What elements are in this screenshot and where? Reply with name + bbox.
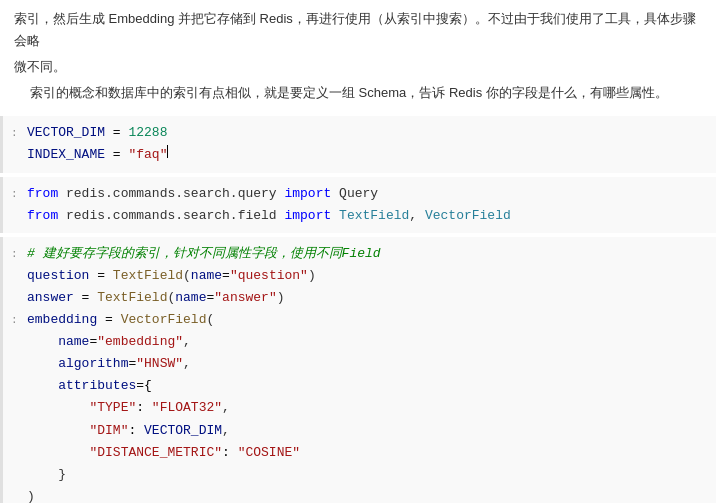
code-line: )	[11, 486, 706, 503]
code-token	[27, 397, 89, 419]
code-line: "DISTANCE_METRIC": "COSINE"	[11, 442, 706, 464]
code-token: "HNSW"	[136, 353, 183, 375]
code-line: algorithm="HNSW",	[11, 353, 706, 375]
code-token: =	[105, 144, 128, 166]
code-token: name	[58, 331, 89, 353]
code-token: :	[128, 420, 144, 442]
code-token: "FLOAT32"	[152, 397, 222, 419]
code-block-3: : # 建好要存字段的索引，针对不同属性字段，使用不同Field questio…	[0, 237, 716, 503]
code-token: question	[27, 265, 89, 287]
code-token: answer	[27, 287, 74, 309]
line-indicator: :	[11, 124, 23, 143]
code-token: =	[206, 287, 214, 309]
code-token: "embedding"	[97, 331, 183, 353]
code-token	[27, 420, 89, 442]
code-token: =	[89, 265, 112, 287]
code-token	[27, 442, 89, 464]
code-token: TextField	[97, 287, 167, 309]
code-token: :	[136, 397, 152, 419]
code-token: INDEX_NAME	[27, 144, 105, 166]
line-indicator: :	[11, 185, 23, 204]
page-wrapper: 索引，然后生成 Embedding 并把它存储到 Redis，再进行使用（从索引…	[0, 0, 716, 503]
code-token: =	[74, 287, 97, 309]
code-token: =	[97, 309, 120, 331]
code-token: name	[191, 265, 222, 287]
code-token: TextField	[113, 265, 183, 287]
code-token: from	[27, 183, 58, 205]
code-token: TextField	[339, 205, 409, 227]
code-line: attributes={	[11, 375, 706, 397]
text-line2: 微不同。	[14, 56, 702, 78]
code-line: "TYPE": "FLOAT32",	[11, 397, 706, 419]
code-token: import	[284, 205, 331, 227]
code-token	[27, 375, 58, 397]
code-token: algorithm	[58, 353, 128, 375]
code-token: )	[277, 287, 285, 309]
code-token	[27, 353, 58, 375]
code-token: ,	[222, 397, 230, 419]
code-token: ,	[409, 205, 425, 227]
code-line: : from redis.commands.search.query impor…	[11, 183, 706, 205]
code-token: )	[27, 486, 35, 503]
code-token	[27, 331, 58, 353]
code-line: "DIM": VECTOR_DIM,	[11, 420, 706, 442]
code-token: =	[105, 122, 128, 144]
code-token: VECTOR_DIM	[144, 420, 222, 442]
code-token: redis.commands.search.field	[58, 205, 284, 227]
code-token: name	[175, 287, 206, 309]
code-token: (	[167, 287, 175, 309]
text-line3: 索引的概念和数据库中的索引有点相似，就是要定义一组 Schema，告诉 Redi…	[30, 82, 702, 104]
code-token	[331, 205, 339, 227]
code-token: "DISTANCE_METRIC"	[89, 442, 222, 464]
code-line: : VECTOR_DIM = 12288	[11, 122, 706, 144]
code-token: :	[222, 442, 238, 464]
code-token: VECTOR_DIM	[27, 122, 105, 144]
code-token: embedding	[27, 309, 97, 331]
code-token: ={	[136, 375, 152, 397]
line-indicator: :	[11, 245, 23, 264]
code-token: VectorField	[121, 309, 207, 331]
code-token: ,	[222, 420, 230, 442]
code-block-2: : from redis.commands.search.query impor…	[0, 177, 716, 233]
code-token: ,	[183, 331, 191, 353]
code-token: "DIM"	[89, 420, 128, 442]
code-token: attributes	[58, 375, 136, 397]
code-token: "COSINE"	[238, 442, 300, 464]
code-token: =	[128, 353, 136, 375]
text-cursor	[167, 145, 168, 158]
text-line1: 索引，然后生成 Embedding 并把它存储到 Redis，再进行使用（从索引…	[14, 8, 702, 52]
code-line: : embedding = VectorField(	[11, 309, 706, 331]
code-token: }	[27, 464, 66, 486]
code-token: redis.commands.search.query	[58, 183, 284, 205]
code-line: : # 建好要存字段的索引，针对不同属性字段，使用不同Field	[11, 243, 706, 265]
code-token: "TYPE"	[89, 397, 136, 419]
code-token: VectorField	[425, 205, 511, 227]
code-line: answer = TextField(name="answer")	[11, 287, 706, 309]
code-token: # 建好要存字段的索引，针对不同属性字段，使用不同Field	[27, 243, 381, 265]
code-line: from redis.commands.search.field import …	[11, 205, 706, 227]
code-token: "answer"	[214, 287, 276, 309]
code-token: "question"	[230, 265, 308, 287]
code-token: =	[89, 331, 97, 353]
code-token: ,	[183, 353, 191, 375]
code-token: (	[206, 309, 214, 331]
code-token: "faq"	[128, 144, 167, 166]
code-line: }	[11, 464, 706, 486]
line-indicator: :	[11, 311, 23, 330]
code-token: Query	[331, 183, 378, 205]
code-line: question = TextField(name="question")	[11, 265, 706, 287]
code-token: import	[284, 183, 331, 205]
code-line: name="embedding",	[11, 331, 706, 353]
code-token: 12288	[128, 122, 167, 144]
code-token: (	[183, 265, 191, 287]
code-line: INDEX_NAME = "faq"	[11, 144, 706, 166]
code-token: )	[308, 265, 316, 287]
code-token: =	[222, 265, 230, 287]
prose-text: 索引，然后生成 Embedding 并把它存储到 Redis，再进行使用（从索引…	[0, 0, 716, 114]
code-block-1: : VECTOR_DIM = 12288 INDEX_NAME = "faq"	[0, 116, 716, 172]
code-token: from	[27, 205, 58, 227]
